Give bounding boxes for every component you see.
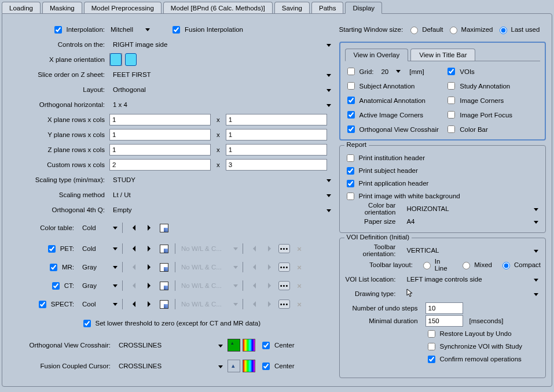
x-cols-input[interactable] (226, 114, 327, 125)
radio-default[interactable] (410, 27, 418, 34)
mr-wlc-clear-icon[interactable]: × (293, 261, 306, 273)
radio-maximized[interactable] (450, 27, 457, 34)
undo-steps-input[interactable] (425, 302, 463, 314)
mr-next-icon[interactable] (142, 261, 155, 273)
mr-wlc-dropdown[interactable]: No W/L & C... (180, 264, 238, 271)
subtab-view-overlay[interactable]: View in Overlay (345, 49, 409, 61)
head-right-icon[interactable] (124, 53, 137, 66)
fusion-center-checkbox[interactable] (262, 363, 270, 370)
mr-palette-icon[interactable] (157, 261, 170, 273)
ortho-rainbow-icon[interactable] (243, 339, 255, 352)
sync-voi-checkbox[interactable] (428, 343, 435, 350)
tab-display[interactable]: Display (345, 2, 382, 14)
ct-wlc-dropdown[interactable]: No W/L & C... (180, 282, 238, 289)
radio-mixed[interactable] (463, 262, 470, 269)
tab-paths[interactable]: Paths (311, 2, 343, 13)
grid-checkbox[interactable] (347, 68, 355, 75)
ct-wlc-clear-icon[interactable]: × (293, 279, 306, 292)
layout-dropdown[interactable]: Orthogonal (109, 85, 333, 94)
print-institution-checkbox[interactable] (347, 154, 354, 162)
spect-prev-icon[interactable] (127, 298, 140, 310)
color-palette-icon[interactable] (157, 221, 170, 234)
active-image-corners-checkbox[interactable] (347, 111, 355, 119)
pet-wlc-prev-icon[interactable] (248, 242, 261, 255)
pet-palette-icon[interactable] (157, 242, 170, 255)
ct-wlc-prev-icon[interactable] (248, 279, 261, 292)
tab-masking[interactable]: Masking (42, 2, 82, 13)
x-rows-input[interactable] (109, 114, 211, 125)
radio-last-used[interactable] (500, 27, 507, 34)
pet-wlc-more-icon[interactable]: ••• (278, 242, 291, 255)
ortho-center-checkbox[interactable] (262, 342, 270, 349)
restore-layout-checkbox[interactable] (428, 330, 435, 338)
image-corners-checkbox[interactable] (447, 97, 455, 104)
spect-wlc-clear-icon[interactable]: × (293, 298, 306, 310)
ortho-horizontal-dropdown[interactable]: 1 x 4 (109, 100, 333, 109)
lower-threshold-checkbox[interactable] (83, 320, 91, 327)
tab-saving[interactable]: Saving (274, 2, 310, 13)
fusion-cursor-dropdown[interactable]: CROSSLINES (115, 361, 225, 371)
interpolation-dropdown[interactable] (141, 23, 154, 36)
spect-checkbox[interactable] (39, 301, 46, 308)
pet-wlc-next-icon[interactable] (263, 242, 276, 255)
pet-next-icon[interactable] (142, 242, 155, 255)
color-table-dropdown[interactable]: Cold (80, 224, 118, 231)
z-rows-input[interactable] (109, 144, 211, 156)
pet-checkbox[interactable] (48, 245, 56, 253)
mr-colortable-dropdown[interactable]: Gray (80, 264, 118, 271)
orthogonal-crosshair-checkbox[interactable] (347, 125, 355, 133)
pet-wlc-dropdown[interactable]: No W/L & C... (180, 245, 238, 252)
head-left-icon[interactable] (109, 53, 122, 66)
anatomical-annotation-checkbox[interactable] (347, 97, 355, 104)
mr-wlc-prev-icon[interactable] (248, 261, 261, 273)
tab-loading[interactable]: Loading (2, 2, 41, 13)
z-cols-input[interactable] (226, 144, 327, 156)
minimal-duration-input[interactable] (425, 315, 463, 327)
pet-wlc-clear-icon[interactable]: × (293, 242, 306, 255)
ct-wlc-next-icon[interactable] (263, 279, 276, 292)
spect-colortable-dropdown[interactable]: Cool (80, 301, 118, 308)
controls-on-dropdown[interactable]: RIGHT image side (109, 40, 333, 49)
subtab-view-title[interactable]: View in Title Bar (410, 49, 475, 61)
spect-wlc-next-icon[interactable] (263, 298, 276, 310)
ct-colortable-dropdown[interactable]: Gray (80, 282, 118, 289)
scaling-method-dropdown[interactable]: Lt / Ut (109, 190, 333, 199)
ortho-4q-dropdown[interactable]: Empty (109, 205, 333, 215)
radio-compact[interactable] (502, 262, 510, 269)
print-application-checkbox[interactable] (347, 180, 354, 187)
ct-wlc-more-icon[interactable]: ••• (278, 279, 291, 292)
mr-wlc-more-icon[interactable]: ••• (278, 261, 291, 273)
study-annotation-checkbox[interactable] (447, 82, 455, 90)
radio-inline[interactable] (423, 262, 431, 269)
colorbar-orientation-dropdown[interactable]: HORIZONTAL (403, 204, 541, 213)
y-cols-input[interactable] (226, 129, 327, 140)
grid-dropdown[interactable] (396, 70, 401, 73)
vois-checkbox[interactable] (447, 68, 455, 75)
fusion-interpolation-checkbox[interactable] (173, 26, 180, 34)
scaling-type-dropdown[interactable]: STUDY (109, 175, 333, 184)
ct-prev-icon[interactable] (127, 279, 140, 292)
y-rows-input[interactable] (109, 129, 211, 140)
color-next-icon[interactable] (142, 221, 155, 234)
spect-wlc-more-icon[interactable]: ••• (278, 298, 291, 310)
ct-next-icon[interactable] (142, 279, 155, 292)
print-subject-checkbox[interactable] (347, 167, 354, 175)
fusion-color-swatch[interactable] (228, 360, 240, 372)
ct-checkbox[interactable] (52, 282, 60, 290)
tab-model-preprocessing[interactable]: Model Preprocessing (84, 2, 162, 13)
print-white-bg-checkbox[interactable] (347, 193, 354, 200)
fusion-rainbow-icon[interactable] (243, 360, 255, 372)
subject-annotation-checkbox[interactable] (347, 82, 355, 90)
tab-model[interactable]: Model [BPnd (6 Calc. Methods)] (163, 2, 273, 13)
mr-prev-icon[interactable] (127, 261, 140, 273)
image-port-focus-checkbox[interactable] (447, 111, 455, 119)
ortho-color-swatch[interactable] (228, 339, 240, 352)
spect-palette-icon[interactable] (157, 298, 170, 310)
color-bar-checkbox[interactable] (447, 125, 455, 133)
spect-wlc-prev-icon[interactable] (248, 298, 261, 310)
ortho-crosshair-dropdown[interactable]: CROSSLINES (115, 341, 225, 350)
pet-colortable-dropdown[interactable]: Cold (80, 245, 118, 252)
confirm-removal-checkbox[interactable] (428, 356, 435, 363)
paper-size-dropdown[interactable]: A4 (403, 217, 541, 226)
mr-wlc-next-icon[interactable] (263, 261, 276, 273)
